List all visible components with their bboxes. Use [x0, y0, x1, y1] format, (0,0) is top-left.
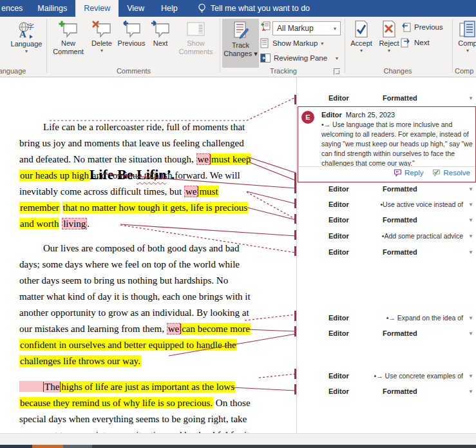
highlighted-text-run: that no matter how tough it gets, life i… — [62, 202, 249, 213]
comment-body: •→ Use language that is more inclusive a… — [321, 120, 473, 168]
comment-card[interactable]: E EditorMarch 25, 2023 •→ Use language t… — [298, 106, 476, 182]
markup-row-formatted[interactable]: EditorFormatted▼ — [297, 248, 476, 259]
markup-row-detail: Formatted — [383, 387, 417, 395]
text-run: Life can be a rollercoaster ride, full o… — [43, 122, 245, 132]
markup-row-detail: •Use active voice instead of — [380, 200, 463, 208]
highlighted-text-run: can become more — [181, 323, 251, 335]
reply-icon — [394, 169, 402, 177]
show-markup-icon — [260, 38, 269, 48]
previous-change-icon — [401, 22, 411, 32]
show-markup-button[interactable]: Show Markup ▾ — [260, 38, 323, 48]
chevron-down-icon[interactable]: ▼ — [468, 331, 473, 336]
document-line: our mistakes and learning from them, wec… — [19, 321, 290, 337]
markup-row-formatted[interactable]: EditorFormatted▼ — [297, 216, 476, 227]
reply-button[interactable]: Reply — [394, 169, 423, 177]
delete-comment-button[interactable]: Delete ▾ — [88, 19, 116, 54]
document-line: Thehighs of life are just as important a… — [19, 379, 290, 395]
text-run: special days when everything seems to be… — [19, 414, 247, 424]
text-run — [60, 202, 62, 213]
accept-button[interactable]: Accept ▾ — [348, 19, 375, 54]
markup-row-formatted[interactable]: EditorFormatted▼ — [297, 185, 476, 196]
comment-header: EditorMarch 25, 2023 — [321, 111, 395, 119]
markup-row-detail: •Add some practical advice — [382, 232, 463, 240]
tracking-dialog-launcher[interactable] — [334, 68, 340, 75]
resolve-button[interactable]: Resolve — [432, 169, 470, 177]
tellme-label: Tell me what you want to do — [211, 4, 310, 13]
chevron-down-icon[interactable]: ▼ — [468, 202, 473, 208]
new-comment-button[interactable]: New Comment — [50, 19, 86, 56]
next-change-button[interactable]: Next — [401, 37, 430, 48]
highlighted-text-run: we — [196, 153, 211, 165]
dropdown-arrow-icon: ▾ — [334, 26, 336, 32]
compare-icon — [459, 20, 476, 39]
avatar: E — [301, 111, 314, 124]
text-run: Our lives are composed of both good days… — [43, 243, 240, 253]
paragraph: Our lives are composed of both good days… — [19, 240, 290, 369]
tracked-change-indent — [19, 381, 43, 392]
display-for-review-icon — [260, 21, 271, 32]
dropdown-arrow-icon: ▾ — [360, 48, 363, 54]
markup-row-author: Editor — [328, 329, 349, 337]
dropdown-arrow-icon: ▾ — [100, 48, 103, 54]
highlighted-text-run: The — [44, 381, 60, 393]
markup-row-formatted[interactable]: EditorFormatted▼ — [297, 387, 476, 398]
next-change-icon — [401, 37, 411, 48]
chevron-down-icon[interactable]: ▼ — [468, 217, 473, 223]
markup-row-detail: Formatted — [383, 216, 417, 224]
markup-row-detail: Formatted — [383, 94, 417, 102]
markup-row-formatted[interactable]: EditorFormatted▼ — [297, 94, 476, 105]
compare-button[interactable]: Comp ▾ — [455, 19, 476, 54]
dropdown-arrow-icon: ▾ — [466, 48, 469, 54]
previous-comment-button[interactable]: Previous — [116, 19, 147, 48]
text-run: and continue to push forward. We will — [90, 170, 240, 180]
markup-row-comment[interactable]: Editor•Add some practical advice▼ — [297, 232, 476, 243]
display-for-review-select[interactable]: All Markup ▾ — [272, 21, 341, 35]
comment-footer-divider — [298, 166, 475, 167]
document-line: and defeated. No matter the situation th… — [19, 151, 290, 168]
next-comment-button[interactable]: Next — [148, 19, 173, 48]
text-run: other days seem to bring us nothing but … — [19, 275, 228, 286]
highlighted-text-run: our heads up high — [19, 170, 90, 181]
translate-button[interactable]: Translate — [0, 19, 4, 48]
tab-review[interactable]: Review — [75, 0, 119, 17]
taskbar-segment — [32, 445, 63, 448]
track-changes-icon — [231, 21, 251, 41]
markup-row-comment[interactable]: Editor•→ Expand on the idea of▼ — [297, 314, 476, 325]
reviewing-pane-button[interactable]: Reviewing Pane ▾ — [260, 54, 338, 63]
chevron-down-icon[interactable]: ▼ — [468, 233, 473, 239]
markup-row-comment[interactable]: Editor•Use active voice instead of▼ — [297, 200, 476, 211]
dropdown-arrow-icon: ▾ — [336, 55, 338, 61]
tab-help[interactable]: Help — [153, 0, 186, 17]
chevron-down-icon[interactable]: ▼ — [468, 389, 473, 394]
chevron-down-icon[interactable]: ▼ — [468, 95, 473, 101]
markup-row-comment[interactable]: Editor•→ Use concrete examples of▼ — [297, 372, 476, 383]
reviewing-pane-icon — [260, 54, 271, 63]
chevron-down-icon[interactable]: ▼ — [468, 315, 473, 321]
highlighted-text-run: we — [167, 323, 181, 335]
chevron-down-icon[interactable]: ▼ — [468, 186, 473, 192]
markup-pane: EditorFormatted▼EditorFormatted▼Editor•U… — [297, 77, 476, 433]
previous-change-button[interactable]: Previous — [401, 22, 443, 32]
reject-button[interactable]: Reject ▾ — [376, 19, 402, 54]
group-label-comments: Comments — [103, 67, 164, 75]
tab-mailings[interactable]: Mailings — [29, 0, 75, 17]
tellme-box[interactable]: Tell me what you want to do — [191, 0, 316, 17]
document-line: challenges life throws our way. — [19, 353, 290, 369]
markup-row-author: Editor — [328, 94, 349, 102]
tab-view[interactable]: View — [119, 0, 153, 17]
language-button[interactable]: 字 A Language ▾ — [6, 19, 46, 54]
document-line: our heads up high and continue to push f… — [19, 168, 290, 184]
markup-row-author: Editor — [328, 200, 349, 208]
chevron-down-icon[interactable]: ▼ — [468, 373, 473, 379]
resolve-icon — [432, 169, 441, 177]
markup-row-formatted[interactable]: EditorFormatted▼ — [297, 329, 476, 340]
highlighted-text-run: living — [62, 218, 87, 229]
new-comment-icon — [58, 20, 79, 39]
chevron-down-icon[interactable]: ▼ — [468, 249, 473, 255]
tab-references-partial[interactable]: ences — [0, 0, 29, 17]
taskbar[interactable] — [0, 445, 476, 448]
markup-row-detail: •→ Expand on the idea of — [386, 314, 463, 322]
highlighted-text-run: because they remind us of why life is so… — [19, 397, 213, 409]
document-page[interactable]: Life Be Lifin’. Life can be a rollercoas… — [0, 77, 296, 433]
track-changes-button[interactable]: Track Changes ▾ — [222, 19, 259, 68]
